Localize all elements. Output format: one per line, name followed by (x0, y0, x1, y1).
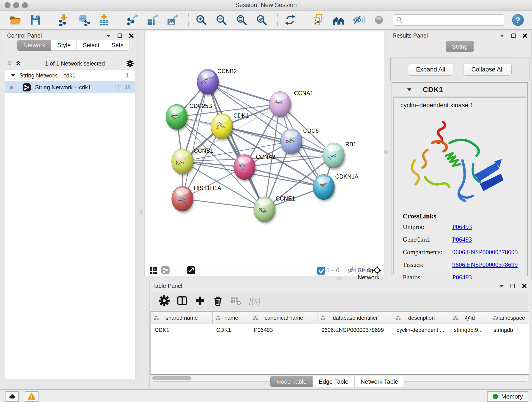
crosslink-link[interactable]: P06493 (452, 223, 472, 230)
show-columns-icon[interactable] (176, 295, 188, 307)
tab-select[interactable]: Select (76, 40, 105, 51)
panel-close-icon[interactable] (522, 33, 528, 38)
import-database-icon[interactable] (77, 13, 90, 26)
export-table-icon[interactable] (146, 13, 159, 26)
birds-eye-view-icon[interactable] (187, 266, 196, 274)
tab-sets[interactable]: Sets (105, 40, 129, 51)
table-cell[interactable]: CDK1 (213, 324, 250, 336)
memory-button[interactable]: Memory (487, 391, 528, 402)
tab-network-table[interactable]: Network Table (355, 376, 404, 387)
zoom-in-icon[interactable] (195, 13, 208, 26)
selected-checkbox-icon[interactable] (317, 267, 324, 275)
column-header-namespace[interactable]: namespace (490, 312, 529, 324)
panel-menu-icon[interactable] (106, 33, 111, 38)
zoom-out-icon[interactable] (215, 13, 228, 26)
network-canvas[interactable]: CCNB2CCNA1CDC25BCDK1CDC6RB1CCNB1CCNA2CDK… (144, 30, 384, 264)
gene-expand-icon[interactable] (406, 87, 412, 93)
show-all-icon[interactable] (373, 13, 385, 26)
grid-view-icon[interactable] (149, 266, 158, 274)
network-collection-row[interactable]: String Network – cdk1 1 (5, 70, 135, 81)
bottom-splitter-handle[interactable] (337, 277, 341, 280)
network-node-CDK1[interactable] (211, 114, 233, 139)
panel-close-icon[interactable] (521, 283, 527, 289)
hidden-eye-icon[interactable] (347, 266, 356, 274)
network-edge[interactable] (182, 82, 208, 199)
import-table-icon[interactable] (98, 13, 110, 26)
export-image-icon[interactable] (166, 13, 179, 26)
refresh-icon[interactable] (284, 13, 297, 26)
panel-float-icon[interactable] (117, 33, 123, 38)
table-cell[interactable]: stringdb (490, 324, 529, 336)
tab-edge-table[interactable]: Edge Table (312, 376, 355, 387)
crosslink-link[interactable]: P06493 (452, 274, 472, 281)
network-edge[interactable] (208, 82, 280, 104)
tab-node-table[interactable]: Node Table (270, 376, 313, 387)
panel-float-icon[interactable] (510, 283, 515, 289)
gene-header-row[interactable]: CDK1 (392, 83, 527, 97)
save-icon[interactable] (29, 13, 42, 26)
add-column-icon[interactable] (194, 295, 206, 307)
table-cell[interactable]: stringdb:9... (450, 324, 490, 336)
table-panel: Table Panel f(x) shared namenamecanonica… (149, 281, 530, 388)
column-header-canonical-name[interactable]: canonical name (250, 312, 318, 324)
expand-all-button[interactable]: Expand All (408, 63, 453, 76)
collapse-all-button[interactable]: Collapse All (463, 63, 512, 76)
column-header-@id[interactable]: @id (450, 312, 490, 324)
zoom-fit-icon[interactable] (235, 13, 248, 26)
help-button[interactable]: ? (512, 14, 524, 26)
hide-selected-icon[interactable] (352, 13, 365, 26)
network-node-CCNA1[interactable] (269, 91, 291, 117)
collapse-all-icon[interactable] (6, 60, 13, 67)
zoom-selected-icon[interactable] (255, 13, 268, 26)
warnings-button[interactable] (25, 391, 38, 402)
table-options-gear-icon[interactable] (158, 295, 170, 307)
column-header-database-identifier[interactable]: database identifier (318, 312, 393, 324)
network-node-RB1[interactable] (323, 143, 344, 168)
expand-all-icon[interactable] (15, 60, 22, 67)
column-header-name[interactable]: name (213, 312, 250, 324)
network-node-CCNB1[interactable] (172, 149, 193, 174)
left-splitter-handle[interactable] (139, 210, 143, 214)
open-file-icon[interactable] (9, 13, 22, 26)
table-cell[interactable]: CDK1 (151, 324, 213, 336)
network-node-CDKN1A[interactable] (313, 174, 335, 200)
column-header-shared-name[interactable]: shared name (151, 312, 213, 324)
network-badge-icon[interactable] (161, 266, 170, 274)
table-cell[interactable]: P06493 (250, 324, 318, 336)
panel-menu-icon[interactable] (499, 33, 505, 38)
fit-selection-crosshair-icon[interactable] (373, 266, 381, 274)
panel-menu-icon[interactable] (499, 283, 504, 289)
clone-network-icon[interactable] (312, 13, 325, 26)
right-splitter-handle[interactable] (384, 150, 388, 154)
panel-close-icon[interactable] (128, 33, 134, 38)
first-neighbors-icon[interactable] (332, 13, 345, 26)
collection-expand-icon[interactable] (10, 73, 16, 78)
export-network-icon[interactable] (126, 13, 139, 26)
network-node-CDC6[interactable] (280, 129, 302, 154)
tab-style[interactable]: Style (51, 40, 77, 51)
table-row[interactable]: CDK1CDK1P064939606.ENSP00000378699cyclin… (151, 324, 529, 336)
network-node-CDC25B[interactable] (166, 104, 187, 129)
network-node-CCNE1[interactable] (254, 197, 275, 222)
import-network-icon[interactable] (57, 13, 70, 26)
table-cell[interactable]: cyclin-dependent ... (393, 324, 450, 336)
network-row-selected[interactable]: String Network – cdk1 11 48 (5, 81, 135, 93)
crosslink-link[interactable]: 9606.ENSP00000378699 (452, 261, 518, 268)
search-input[interactable] (405, 16, 501, 24)
tab-string[interactable]: String (446, 41, 474, 52)
network-node-HIST1H1A[interactable] (172, 186, 193, 211)
crosslink-link[interactable]: P06493 (452, 236, 472, 243)
scrollbar-thumb[interactable] (152, 376, 191, 380)
crosslink-link[interactable]: 9606.ENSP00000378699 (452, 249, 518, 256)
network-options-gear-icon[interactable] (126, 60, 134, 67)
panel-float-icon[interactable] (511, 33, 516, 38)
tab-network[interactable]: Network (17, 40, 51, 51)
delete-column-icon[interactable] (212, 295, 224, 307)
cloud-status-button[interactable] (5, 391, 19, 402)
network-node-CCNB2[interactable] (197, 69, 219, 95)
network-node-CCNA2[interactable] (234, 154, 255, 180)
search-box[interactable] (393, 14, 504, 26)
table-cell[interactable]: 9606.ENSP00000378699 (318, 324, 393, 336)
column-header-description[interactable]: description (393, 312, 450, 324)
network-edge[interactable] (182, 199, 264, 209)
